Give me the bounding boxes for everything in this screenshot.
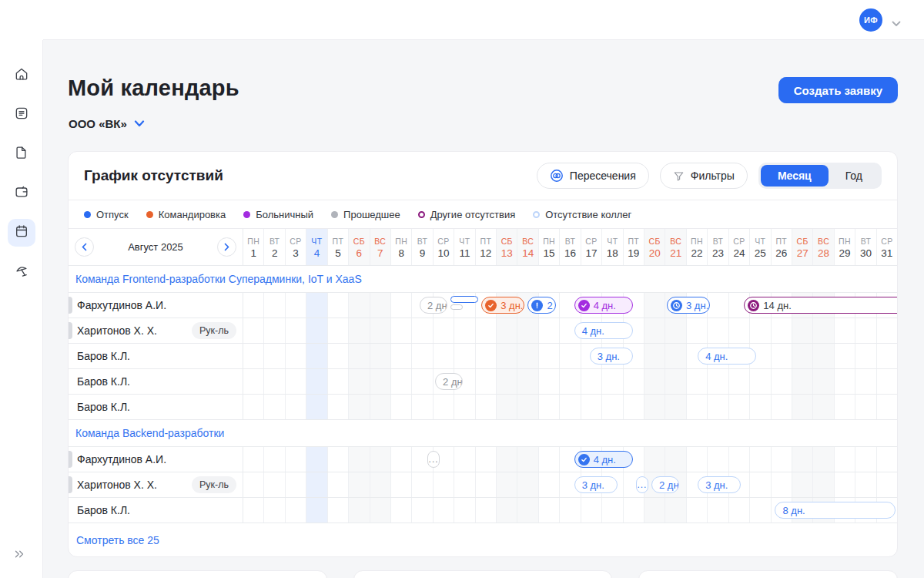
weekday-label: ВС: [374, 237, 386, 246]
weekday-label: ПН: [839, 237, 851, 246]
absence-bar[interactable]: 4 дн.: [574, 297, 633, 314]
absence-bar[interactable]: 3 дн.: [574, 476, 618, 493]
row-grid: 3 дн....2 дн.3 дн.: [243, 472, 897, 497]
absence-bar[interactable]: 4 дн.: [574, 451, 633, 468]
legend-item[interactable]: Отсутствие коллег: [533, 209, 631, 220]
see-all-link[interactable]: Смотреть все 25: [76, 534, 159, 546]
weekday-label: СБ: [353, 237, 365, 246]
summary-card: [68, 570, 327, 578]
intersections-button[interactable]: Пересечения: [537, 163, 649, 189]
toggle-year[interactable]: Год: [829, 165, 879, 187]
day-header-cell: ВТ9: [411, 229, 432, 265]
day-cell: [285, 498, 306, 523]
legend-item[interactable]: Прошедшее: [331, 209, 400, 220]
employee-name-cell: Фархутдинов А.И.: [69, 447, 243, 472]
absence-bar[interactable]: 2 дн.: [527, 297, 555, 314]
check-icon: [485, 300, 497, 311]
home-icon: [14, 66, 29, 85]
absence-bar[interactable]: 3 дн.: [698, 476, 741, 493]
sidebar-item-umbrella[interactable]: [8, 258, 35, 286]
day-number: 23: [712, 247, 724, 259]
day-header-cell: СР10: [433, 229, 454, 265]
absence-bar[interactable]: 4 дн.: [698, 348, 756, 365]
chevron-down-icon[interactable]: [892, 16, 901, 30]
create-request-button[interactable]: Создать заявку: [778, 77, 898, 103]
day-header-cell: ВС21: [665, 229, 685, 265]
summary-card: [353, 570, 613, 578]
day-cell: [390, 369, 411, 394]
prev-month-button[interactable]: [75, 237, 94, 257]
absence-bar[interactable]: 8 дн.: [775, 502, 896, 519]
clock-icon: [671, 300, 682, 311]
absence-bar[interactable]: ...: [636, 476, 648, 493]
row-grid: 4 дн.: [243, 318, 897, 343]
employee-row: Баров К.Л.: [69, 395, 897, 420]
day-header-cell: ВС7: [370, 229, 390, 265]
day-cell: [306, 472, 326, 497]
team-link[interactable]: Команда Backend-разработки: [75, 427, 224, 439]
absence-bar[interactable]: 4 дн.: [574, 322, 633, 339]
list-icon: [14, 106, 29, 124]
absence-bar[interactable]: 3 дн.: [667, 297, 710, 314]
filters-label: Фильтры: [691, 170, 735, 182]
sidebar-item-calendar[interactable]: [8, 219, 35, 247]
day-cell: [327, 318, 348, 343]
day-cell: [370, 395, 390, 419]
day-cell: [390, 395, 411, 419]
day-cell: [243, 395, 263, 419]
filters-button[interactable]: Фильтры: [660, 163, 748, 189]
employee-row: Фархутдинов А.И.2 дн.3 дн.2 дн.4 дн.3 дн…: [69, 293, 897, 318]
weekday-label: СР: [290, 237, 301, 246]
sidebar-expand-icon[interactable]: [12, 547, 26, 564]
sidebar-item-home[interactable]: [8, 62, 35, 89]
day-cell: [285, 344, 306, 368]
day-cell: [263, 472, 284, 497]
absence-bar[interactable]: 2 дн.: [420, 297, 447, 314]
toggle-month[interactable]: Месяц: [761, 165, 829, 187]
absence-bar[interactable]: 2 дн.: [651, 476, 679, 493]
check-icon: [578, 300, 590, 311]
company-selector[interactable]: ООО «ВК»: [69, 117, 145, 130]
absence-bar[interactable]: ...: [427, 451, 440, 468]
day-number: 27: [797, 247, 808, 259]
day-cell: [370, 318, 390, 343]
day-cell: [263, 318, 284, 343]
legend-item[interactable]: Отпуск: [84, 209, 129, 220]
absence-bar-label: 3 дн.: [500, 300, 523, 311]
legend-item[interactable]: Другие отсутствия: [418, 209, 515, 220]
umbrella-icon: [14, 263, 29, 281]
day-cell: [390, 472, 411, 497]
absence-bar[interactable]: 14 дн.: [744, 297, 897, 314]
day-header-cell: ЧТ18: [601, 229, 622, 265]
day-header-cell: СБ6: [348, 229, 369, 265]
calendar-header-row: Август 2025 ПН1ВТ2СР3ЧТ4ПТ5СБ6ВС7ПН8ВТ9С…: [69, 228, 897, 266]
sidebar-item-file[interactable]: [8, 140, 35, 168]
absence-bar[interactable]: [450, 304, 463, 310]
day-number: 29: [839, 247, 851, 259]
absence-bar[interactable]: 3 дн.: [481, 297, 524, 314]
absence-bar-label: 2 дн.: [547, 300, 555, 311]
calendar-body: Команда Frontend-разработки Суперадминки…: [69, 266, 897, 523]
bars-layer: 4 дн.: [418, 318, 897, 343]
day-cell: [390, 293, 411, 318]
absence-bar[interactable]: 3 дн.: [590, 348, 633, 365]
bars-layer: [418, 395, 897, 419]
day-header-cell: ПТ26: [771, 229, 792, 265]
day-number: 21: [670, 247, 681, 259]
team-link[interactable]: Команда Frontend-разработки Суперадминки…: [75, 273, 362, 285]
sidebar-item-list[interactable]: [8, 101, 35, 129]
absence-bar[interactable]: [450, 296, 478, 303]
absence-bar-label: 3 дн.: [686, 300, 708, 311]
user-avatar[interactable]: ИФ: [859, 8, 882, 32]
absence-bar[interactable]: 2 дн.: [435, 373, 463, 390]
employee-name-cell: Харитонов Х. Х.Рук-ль: [69, 472, 243, 497]
day-number: 2: [272, 247, 278, 259]
next-month-button[interactable]: [217, 237, 236, 257]
legend-item[interactable]: Командировка: [146, 209, 226, 220]
day-cell: [348, 447, 369, 472]
employee-name: Баров К.Л.: [77, 504, 236, 516]
legend-item[interactable]: Больничный: [243, 209, 313, 220]
sidebar-item-wallet[interactable]: [8, 180, 35, 207]
day-cell: [306, 447, 326, 472]
wallet-icon: [14, 184, 29, 203]
